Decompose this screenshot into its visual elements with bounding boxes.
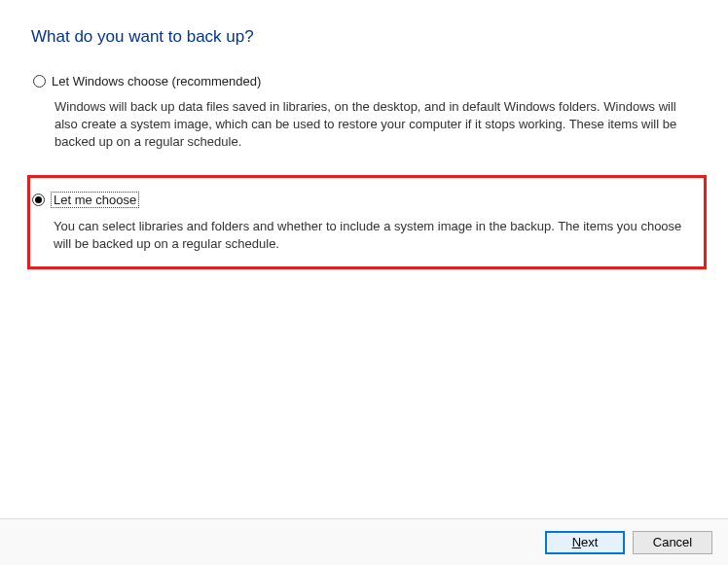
option-header[interactable]: Let Windows choose (recommended) — [33, 74, 695, 88]
option-description: You can select libraries and folders and… — [54, 218, 686, 253]
main-content: What do you want to back up? Let Windows… — [0, 0, 728, 269]
option-header[interactable]: Let me choose — [32, 192, 698, 208]
footer-bar: Next Cancel — [0, 518, 728, 565]
radio-icon[interactable] — [32, 194, 45, 206]
radio-icon[interactable] — [33, 75, 46, 88]
option-description: Windows will back up data files saved in… — [55, 98, 687, 152]
option-label: Let me choose — [51, 192, 139, 208]
option-let-windows-choose[interactable]: Let Windows choose (recommended) Windows… — [31, 70, 697, 156]
radio-dot-icon — [35, 196, 42, 203]
option-label: Let Windows choose (recommended) — [52, 74, 261, 88]
next-button[interactable]: Next — [545, 531, 625, 554]
page-title: What do you want to back up? — [31, 27, 697, 47]
cancel-button[interactable]: Cancel — [633, 531, 712, 554]
next-rest: ext — [581, 535, 598, 549]
mnemonic: N — [572, 535, 581, 549]
option-let-me-choose[interactable]: Let me choose You can select libraries a… — [27, 175, 707, 269]
